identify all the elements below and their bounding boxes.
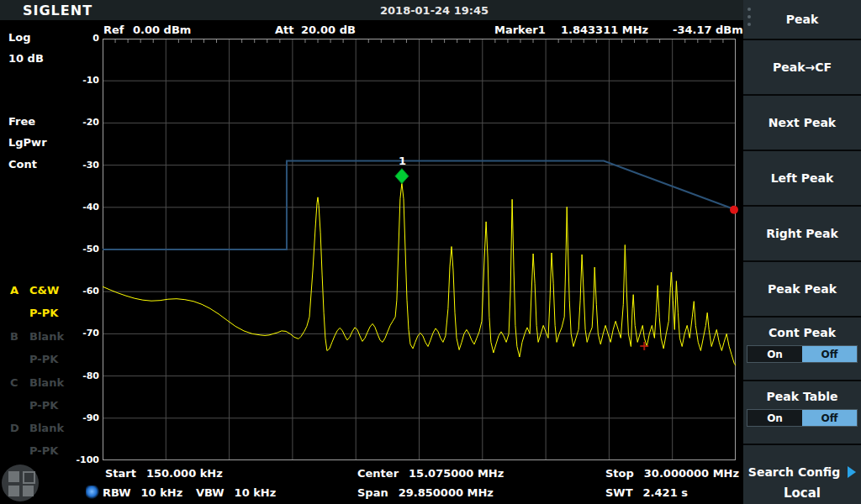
softkey-peak-cf[interactable]: Peak→CF: [743, 40, 861, 94]
vbw-value: 10 kHz: [235, 486, 277, 499]
swt-value: 2.421 s: [643, 486, 688, 499]
softkey-label: Next Peak: [769, 116, 836, 129]
softkey-label: Peak Table: [767, 390, 838, 403]
trace-d-status: DBlankP-PK: [10, 422, 64, 467]
stop-freq-readout[interactable]: Stop 30.000000 MHz: [605, 467, 739, 480]
limit-end-dot: [730, 206, 738, 214]
trace-b-status: BBlankP-PK: [10, 330, 64, 375]
marker-readout-label: Marker1: [494, 24, 546, 36]
y-tick-label: -90: [59, 412, 99, 423]
trace-c-status: CBlankP-PK: [10, 376, 64, 422]
trace-detector: P-PK: [10, 399, 64, 422]
local-button[interactable]: Local: [743, 482, 861, 504]
softkey-left-peak[interactable]: Left Peak: [743, 151, 861, 205]
softkey-cont-peak[interactable]: Cont PeakOnOff: [743, 318, 861, 380]
trace-id: B: [10, 330, 29, 343]
rbw-label: RBW: [103, 486, 131, 499]
softkey-label: Cont Peak: [769, 326, 836, 339]
rbw-indicator-dot: [86, 486, 99, 499]
y-tick-label: -70: [59, 328, 99, 339]
start-label: Start: [105, 467, 136, 480]
peak-table-off-option[interactable]: Off: [802, 410, 857, 426]
y-tick-label: -20: [59, 117, 99, 128]
y-tick-label: -30: [59, 160, 99, 171]
submenu-arrow-icon: [848, 466, 856, 478]
span-value: 29.850000 MHz: [399, 486, 494, 499]
center-label: Center: [357, 467, 399, 480]
att-label: Att: [275, 24, 294, 36]
scale-div-label[interactable]: 10 dB: [8, 52, 44, 65]
trace-id: D: [10, 422, 29, 434]
marker1-diamond[interactable]: [395, 169, 409, 184]
trace-id: C: [10, 376, 29, 389]
softkey-next-peak[interactable]: Next Peak: [743, 96, 861, 150]
cont-peak-on-option[interactable]: On: [747, 346, 802, 362]
ref-value[interactable]: 0.00 dBm: [133, 24, 191, 36]
sweep-label[interactable]: Cont: [8, 158, 37, 171]
rbw-value: 10 kHz: [141, 486, 183, 499]
trace-mode: Blank: [29, 422, 64, 434]
top-bar: SIGLENT 2018-01-24 19:45: [0, 0, 743, 20]
trace-mode: C&W: [29, 284, 59, 297]
marker-readout-freq: 1.843311 MHz: [561, 24, 648, 36]
stop-value: 30.000000 MHz: [644, 467, 739, 480]
ref-label: Ref: [103, 24, 124, 36]
marker-readout-amp: -34.17 dBm: [673, 24, 743, 36]
softkey-label: Left Peak: [771, 171, 834, 185]
y-tick-label: -10: [59, 75, 99, 86]
softkey-label: Peak Peak: [768, 282, 837, 296]
att-value[interactable]: 20.00 dB: [301, 24, 356, 36]
peak-table-on-option[interactable]: On: [747, 410, 802, 426]
softkey-peak-peak[interactable]: Peak Peak: [743, 262, 861, 316]
softkey-peak[interactable]: Peak: [743, 0, 861, 39]
trigger-label[interactable]: Free: [8, 115, 35, 128]
vbw-readout[interactable]: VBW 10 kHz: [196, 486, 276, 499]
y-tick-label: -40: [59, 202, 99, 213]
span-label: Span: [357, 486, 388, 499]
scale-type-label[interactable]: Log: [8, 31, 31, 44]
softkey-label: Right Peak: [766, 227, 838, 240]
menu-dots-icon: [747, 8, 751, 26]
peak-table-toggle: OnOff: [747, 409, 858, 427]
softkey-label: Peak→CF: [773, 60, 832, 74]
trace-id: A: [10, 284, 29, 297]
marker1-number-label: 1: [399, 155, 406, 167]
swt-readout[interactable]: SWT 2.421 s: [605, 486, 688, 499]
span-readout[interactable]: Span 29.850000 MHz: [357, 486, 494, 499]
softkey-label: Peak: [786, 13, 819, 26]
y-tick-label: 0: [59, 33, 99, 44]
datetime-display: 2018-01-24 19:45: [380, 4, 489, 17]
trace-a-status: AC&WP-PK: [10, 284, 59, 329]
brand-logo: SIGLENT: [23, 3, 92, 18]
swt-label: SWT: [605, 486, 633, 499]
softkey-menu: PeakPeak→CFNext PeakLeft PeakRight PeakP…: [743, 0, 861, 504]
rbw-readout[interactable]: RBW 10 kHz: [103, 486, 182, 499]
softkey-label: Search Config: [748, 465, 840, 479]
start-freq-readout[interactable]: Start 150.000 kHz: [105, 467, 223, 480]
softkey-right-peak[interactable]: Right Peak: [743, 207, 861, 260]
softkey-peak-table[interactable]: Peak TableOnOff: [743, 381, 861, 444]
y-tick-label: -50: [59, 244, 99, 255]
y-tick-label: -60: [59, 286, 99, 297]
vbw-label: VBW: [196, 486, 224, 499]
y-tick-label: -100: [59, 454, 99, 465]
power-label[interactable]: LgPwr: [8, 136, 47, 149]
screenshot-icon[interactable]: [2, 465, 39, 501]
spectrum-plot[interactable]: 1: [103, 39, 736, 460]
y-tick-label: -80: [59, 370, 99, 381]
analyzer-screen: SIGLENT 2018-01-24 19:45 Ref 0.00 dBm At…: [0, 0, 861, 504]
trace-detector: P-PK: [10, 307, 59, 329]
center-value: 15.075000 MHz: [409, 467, 504, 480]
cont-peak-toggle: OnOff: [747, 345, 858, 363]
center-freq-readout[interactable]: Center 15.075000 MHz: [357, 467, 504, 480]
cont-peak-off-option[interactable]: Off: [802, 346, 857, 362]
start-value: 150.000 kHz: [146, 467, 223, 480]
trace-detector: P-PK: [10, 353, 64, 375]
stop-label: Stop: [605, 467, 634, 480]
